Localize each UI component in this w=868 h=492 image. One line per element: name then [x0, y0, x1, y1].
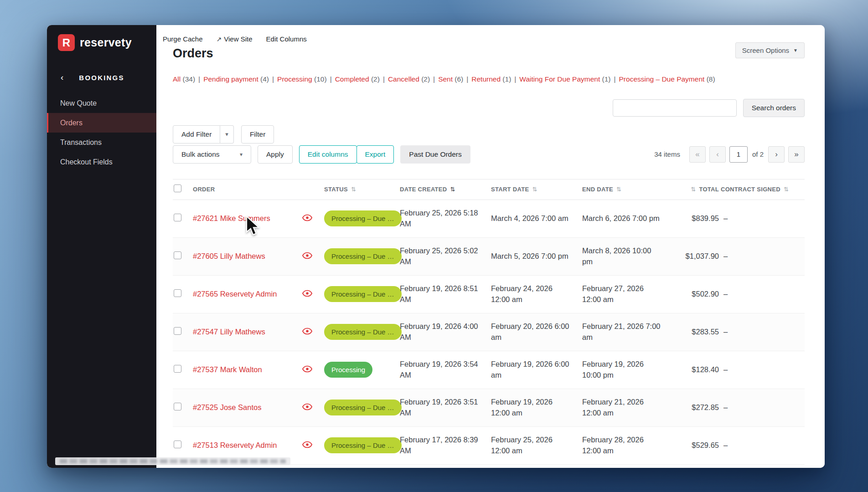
- eye-icon-svg: [302, 252, 312, 259]
- screen-options-button[interactable]: Screen Options ▼: [735, 42, 805, 58]
- sidebar-section-label: BOOKINGS: [79, 74, 124, 82]
- column-header-date_created[interactable]: DATE CREATED⇅: [400, 186, 491, 193]
- order-link[interactable]: #27605 Lilly Mathews: [193, 252, 265, 260]
- contract-signed-cell: –: [721, 328, 805, 336]
- eye-icon-svg: [302, 328, 312, 335]
- column-header-status[interactable]: STATUS⇅: [324, 186, 400, 193]
- search-orders-button[interactable]: Search orders: [743, 99, 805, 117]
- sort-icon[interactable]: ⇅: [532, 186, 537, 193]
- sort-icon[interactable]: ⇅: [784, 186, 789, 193]
- start-date-cell: March 4, 2026 7:00 am: [491, 213, 582, 224]
- row-checkbox[interactable]: [174, 365, 181, 373]
- sidebar-item-orders[interactable]: Orders: [47, 113, 156, 133]
- row-checkbox[interactable]: [174, 289, 181, 297]
- column-header-label: START DATE: [491, 186, 529, 193]
- column-header-label: ORDER: [193, 186, 215, 193]
- contract-signed-cell: –: [721, 403, 805, 412]
- filter-separator: |: [383, 75, 385, 83]
- search-orders-input[interactable]: [613, 99, 737, 117]
- caret-down-icon: ▼: [793, 48, 798, 53]
- filter-button[interactable]: Filter: [241, 125, 274, 144]
- status-filter-link[interactable]: Processing: [277, 75, 312, 83]
- status-filter-link[interactable]: Returned: [471, 75, 501, 83]
- status-cell: Processing – Due …: [324, 210, 400, 226]
- past-due-orders-button[interactable]: Past Due Orders: [400, 145, 470, 164]
- end-date-cell: February 27, 2026 12:00 am: [582, 283, 675, 305]
- date-created-cell: February 19, 2026 3:54 AM: [400, 359, 491, 381]
- status-filter-link[interactable]: Cancelled: [388, 75, 419, 83]
- total-cell: $839.95: [675, 214, 721, 223]
- sidebar-item-new-quote[interactable]: New Quote: [47, 93, 156, 113]
- status-filter-link[interactable]: All: [173, 75, 181, 83]
- filter-separator: |: [272, 75, 274, 83]
- screen-options-label: Screen Options: [742, 46, 789, 54]
- column-header-label: STATUS: [324, 186, 348, 193]
- filter-separator: |: [433, 75, 435, 83]
- add-filter-caret-button[interactable]: ▾: [220, 125, 234, 144]
- edit-columns-button[interactable]: Edit columns: [299, 145, 357, 164]
- row-select-cell: [173, 365, 193, 374]
- apply-button[interactable]: Apply: [258, 145, 293, 164]
- caret-down-icon: ▾: [240, 151, 243, 158]
- eye-icon[interactable]: [302, 441, 312, 448]
- row-checkbox[interactable]: [174, 403, 181, 410]
- row-select-cell: [173, 403, 193, 412]
- edit-columns-topbar-link[interactable]: Edit Columns: [266, 35, 307, 43]
- sidebar: R reservety ‹ BOOKINGS New QuoteOrdersTr…: [47, 25, 156, 468]
- sort-icon[interactable]: ⇅: [351, 186, 356, 193]
- sort-icon[interactable]: ⇅: [450, 186, 455, 193]
- sidebar-item-checkout-fields[interactable]: Checkout Fields: [47, 152, 156, 172]
- last-page-button[interactable]: »: [788, 146, 805, 163]
- bulk-actions-select[interactable]: Bulk actions ▾: [173, 145, 251, 164]
- eye-icon[interactable]: [302, 403, 312, 410]
- status-filter-link[interactable]: Pending payment: [203, 75, 258, 83]
- status-filter-link[interactable]: Completed: [335, 75, 369, 83]
- contract-signed-cell: –: [721, 290, 805, 298]
- row-checkbox[interactable]: [174, 441, 181, 448]
- row-checkbox[interactable]: [174, 214, 181, 221]
- next-page-button[interactable]: ›: [768, 146, 785, 163]
- column-header-end_date[interactable]: END DATE⇅: [582, 186, 675, 193]
- sort-icon[interactable]: ⇅: [691, 186, 696, 193]
- orders-table: ORDERSTATUS⇅DATE CREATED⇅START DATE⇅END …: [173, 179, 805, 465]
- export-button[interactable]: Export: [356, 145, 394, 164]
- eye-icon[interactable]: [302, 365, 312, 373]
- order-link[interactable]: #27513 Reservety Admin: [193, 441, 277, 449]
- order-link[interactable]: #27565 Reservety Admin: [193, 290, 277, 298]
- start-date-cell: February 24, 2026 12:00 am: [491, 283, 582, 305]
- prev-page-button[interactable]: ‹: [709, 146, 726, 163]
- order-link[interactable]: #27525 Jose Santos: [193, 403, 261, 411]
- column-header-start_date[interactable]: START DATE⇅: [491, 186, 582, 193]
- view-site-link[interactable]: ↗ View Site: [217, 35, 253, 43]
- select-all-checkbox[interactable]: [174, 184, 181, 192]
- sidebar-menu: New QuoteOrdersTransactionsCheckout Fiel…: [47, 93, 156, 172]
- eye-icon[interactable]: [302, 290, 312, 297]
- order-cell: #27513 Reservety Admin: [193, 441, 302, 450]
- status-filter-link[interactable]: Waiting For Due Payment: [519, 75, 600, 83]
- column-header-contract_signed[interactable]: CONTRACT SIGNED⇅: [721, 186, 805, 193]
- order-link[interactable]: #27547 Lilly Mathews: [193, 328, 265, 336]
- eye-icon[interactable]: [302, 214, 312, 221]
- row-checkbox[interactable]: [174, 327, 181, 335]
- column-header-order[interactable]: ORDER: [193, 186, 302, 193]
- column-header-total[interactable]: ⇅TOTAL: [675, 186, 721, 193]
- orders-table-body: #27621 Mike Summers Processing – Due …Fe…: [173, 200, 805, 465]
- eye-icon[interactable]: [302, 252, 312, 259]
- column-header-label: END DATE: [582, 186, 613, 193]
- column-header-label: DATE CREATED: [400, 186, 447, 193]
- chevron-left-icon[interactable]: ‹: [61, 72, 65, 82]
- row-checkbox[interactable]: [174, 251, 181, 259]
- add-filter-button[interactable]: Add Filter: [173, 125, 220, 144]
- status-filter-link[interactable]: Processing – Due Payment: [619, 75, 705, 83]
- sidebar-item-transactions[interactable]: Transactions: [47, 133, 156, 152]
- purge-cache-link[interactable]: Purge Cache: [163, 35, 203, 43]
- status-filter-link[interactable]: Sent: [438, 75, 453, 83]
- eye-icon[interactable]: [302, 328, 312, 335]
- order-link[interactable]: #27537 Mark Walton: [193, 365, 262, 374]
- first-page-button[interactable]: «: [689, 146, 706, 163]
- header-select-all-cell: [173, 184, 193, 194]
- main-content: Purge Cache ↗ View Site Edit Columns Scr…: [156, 25, 825, 468]
- sort-icon[interactable]: ⇅: [616, 186, 621, 193]
- order-cell: #27565 Reservety Admin: [193, 290, 302, 298]
- current-page-input[interactable]: 1: [729, 146, 748, 163]
